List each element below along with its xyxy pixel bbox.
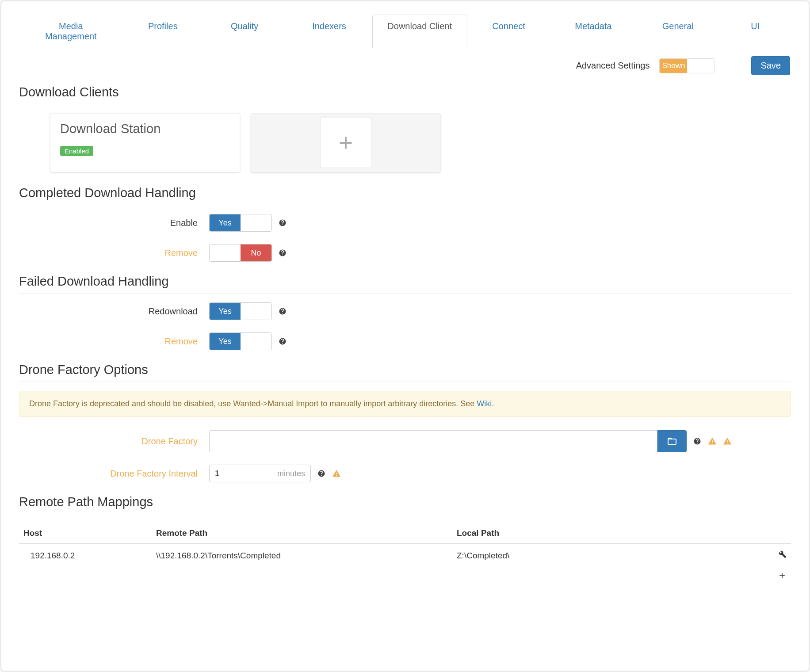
completed-remove-yes[interactable] [210, 244, 241, 261]
advanced-hidden[interactable] [687, 59, 714, 73]
col-local-path: Local Path [452, 523, 764, 544]
wiki-link[interactable]: Wiki [477, 399, 492, 408]
failed-remove-no[interactable] [241, 333, 271, 350]
drone-factory-input[interactable] [209, 430, 657, 452]
failed-remove-label: Remove [19, 336, 209, 347]
col-host: Host [19, 523, 152, 544]
tab-ui[interactable]: UI [719, 15, 791, 48]
cell-host: 192.168.0.2 [19, 544, 152, 567]
remote-path-table: Host Remote Path Local Path 192.168.0.2 … [19, 523, 791, 567]
drone-deprecation-alert: Drone Factory is deprecated and should b… [19, 391, 791, 417]
enable-toggle[interactable]: Yes [209, 214, 272, 232]
drone-interval-input-wrapper: minutes [209, 465, 311, 482]
wrench-icon [779, 550, 787, 558]
settings-tabs: Media Management Profiles Quality Indexe… [19, 15, 791, 48]
tab-media-management[interactable]: Media Management [19, 15, 123, 48]
tab-indexers[interactable]: Indexers [286, 15, 372, 48]
plus-icon [778, 571, 787, 580]
completed-remove-label: Remove [19, 248, 209, 258]
tab-profiles[interactable]: Profiles [123, 15, 203, 48]
enable-yes[interactable]: Yes [210, 214, 241, 231]
enable-no[interactable] [241, 214, 271, 231]
section-download-clients-title: Download Clients [19, 85, 791, 104]
tab-general[interactable]: General [636, 15, 719, 48]
col-remote-path: Remote Path [152, 523, 452, 544]
enable-label: Enable [19, 218, 209, 228]
add-mapping-button[interactable] [778, 571, 787, 580]
col-actions [764, 523, 791, 544]
redownload-toggle[interactable]: Yes [209, 302, 272, 320]
warning-icon[interactable] [708, 437, 717, 446]
save-button[interactable]: Save [751, 56, 790, 75]
download-client-card[interactable]: Download Station Enabled [50, 113, 240, 172]
plus-icon [336, 133, 356, 153]
advanced-settings-label: Advanced Settings [576, 61, 650, 71]
drone-interval-input[interactable] [215, 469, 241, 478]
drone-interval-label: Drone Factory Interval [19, 469, 209, 479]
browse-folder-button[interactable] [657, 430, 687, 452]
add-download-client-button[interactable] [251, 113, 441, 172]
help-icon[interactable] [278, 218, 287, 227]
advanced-settings-toggle[interactable]: Shown [659, 58, 715, 73]
cell-local-path: Z:\Completed\ [452, 544, 764, 567]
download-client-name: Download Station [60, 122, 230, 136]
tab-download-client[interactable]: Download Client [372, 15, 467, 48]
help-icon[interactable] [693, 437, 702, 446]
interval-unit: minutes [277, 469, 305, 478]
edit-mapping-button[interactable] [779, 550, 787, 558]
redownload-yes[interactable]: Yes [210, 303, 241, 320]
alert-text: Drone Factory is deprecated and should b… [29, 399, 477, 408]
drone-factory-label: Drone Factory [19, 436, 209, 447]
help-icon[interactable] [317, 469, 326, 478]
help-icon[interactable] [278, 337, 287, 346]
help-icon[interactable] [278, 248, 287, 257]
tab-metadata[interactable]: Metadata [550, 15, 637, 48]
tab-quality[interactable]: Quality [203, 15, 286, 48]
warning-icon[interactable] [332, 469, 341, 478]
completed-remove-no[interactable]: No [241, 244, 271, 261]
section-completed-title: Completed Download Handling [19, 186, 791, 205]
failed-remove-yes[interactable]: Yes [210, 333, 241, 350]
folder-open-icon [667, 436, 677, 447]
enabled-badge: Enabled [60, 146, 93, 156]
tab-connect[interactable]: Connect [467, 15, 550, 48]
cell-remote-path: \\192.168.0.2\Torrents\Completed [152, 544, 452, 567]
help-icon[interactable] [278, 307, 287, 316]
section-drone-title: Drone Factory Options [19, 363, 791, 382]
alert-suffix: . [492, 399, 494, 408]
failed-remove-toggle[interactable]: Yes [209, 332, 272, 350]
redownload-no[interactable] [241, 303, 271, 320]
redownload-label: Redownload [19, 306, 209, 317]
completed-remove-toggle[interactable]: No [209, 244, 272, 262]
advanced-shown[interactable]: Shown [660, 59, 687, 73]
section-remote-title: Remote Path Mappings [19, 495, 791, 514]
section-failed-title: Failed Download Handling [19, 274, 791, 294]
table-row: 192.168.0.2 \\192.168.0.2\Torrents\Compl… [19, 544, 791, 567]
warning-icon[interactable] [723, 437, 732, 446]
